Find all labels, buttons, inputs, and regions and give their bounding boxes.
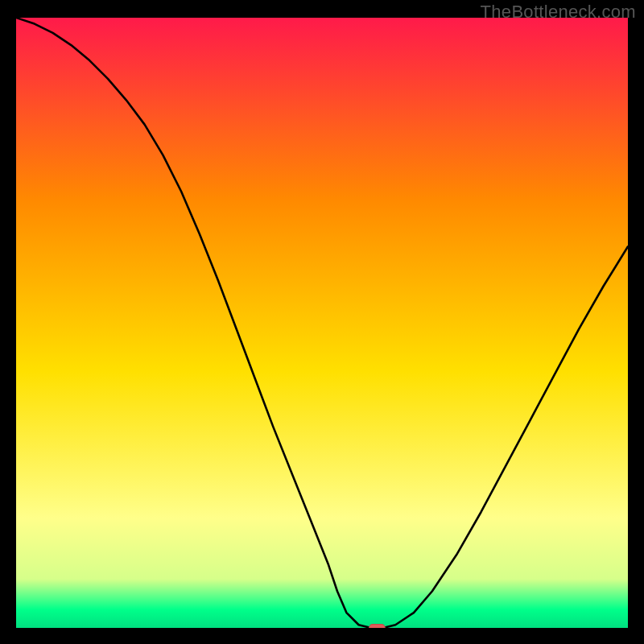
chart-svg (16, 18, 628, 628)
watermark-text: TheBottleneck.com (481, 2, 636, 23)
chart-container (16, 18, 628, 628)
chart-background (16, 18, 628, 628)
optimal-marker (369, 624, 386, 628)
